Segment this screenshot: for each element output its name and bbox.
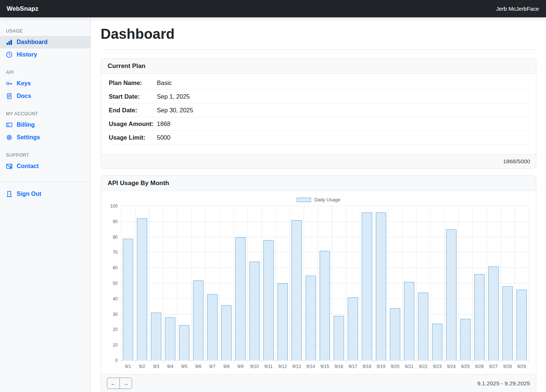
y-axis-tick-label: 50 [105,281,118,286]
chart-plot-area: 0102030405060708090100 [121,206,529,361]
sidebar-item-sign-out[interactable]: Sign Out [0,188,90,200]
plan-row-value: Basic [157,76,529,90]
bar-9/29 [516,290,527,361]
app-brand: WebSnapz [0,0,91,17]
gridline [205,206,206,361]
sidebar-divider [0,181,90,182]
plan-row-value: Sep 30, 2025 [157,103,529,117]
sidebar-item-billing[interactable]: Billing [0,119,90,131]
y-axis-tick-label: 70 [105,250,118,255]
current-plan-header: Current Plan [101,59,536,74]
gridline [290,206,290,361]
gridline [121,221,529,222]
sidebar-item-docs[interactable]: Docs [0,90,90,102]
bar-9/16 [334,316,344,361]
bar-9/13 [291,220,302,361]
sidebar-section: SUPPORTContact [0,153,90,173]
x-axis-tick-label: 9/5 [181,364,188,369]
sidebar-section: APIKeysDocs [0,70,90,102]
next-page-button[interactable]: → [119,378,132,389]
bar-9/25 [460,319,471,361]
credit-card-icon [6,122,13,128]
chart-x-axis: 9/19/29/39/49/59/69/79/89/99/109/119/129… [121,361,529,372]
x-axis-tick [458,361,459,362]
gridline [360,206,360,361]
envelope-at-icon [6,163,13,170]
bar-9/2 [137,218,148,361]
plan-row-value: 1868 [157,117,529,131]
plan-row-label: Plan Name: [109,76,157,90]
door-icon [6,191,13,197]
sidebar-item-contact[interactable]: Contact [0,160,90,173]
x-axis-tick-label: 9/29 [517,364,526,369]
x-axis-tick-label: 9/10 [250,364,259,369]
x-axis-tick [388,361,388,362]
gear-icon [6,134,13,141]
x-axis-tick [219,361,220,362]
bar-9/20 [390,308,401,361]
sidebar-item-settings[interactable]: Settings [0,131,90,144]
bar-9/27 [488,266,499,361]
sidebar-section: MY ACCOUNTBillingSettings [0,111,90,144]
y-axis-tick-label: 30 [105,312,118,317]
x-axis-tick [346,361,346,362]
gridline [163,206,164,361]
bar-chart-icon [6,39,13,45]
x-axis-tick-label: 9/26 [475,364,483,369]
gridline [191,206,192,361]
gridline [233,206,234,361]
sidebar-item-label: Keys [17,80,31,87]
plan-row-value: 5000 [157,131,529,144]
sidebar-section-label: API [0,70,90,75]
sidebar-item-label: Settings [17,134,40,141]
sidebar-section-label: USAGE [0,28,90,34]
x-axis-tick [276,361,276,362]
prev-page-button[interactable]: ← [107,378,119,389]
x-axis-tick-label: 9/12 [278,364,287,369]
x-axis-tick [430,361,431,362]
x-axis-tick [121,361,121,362]
x-axis-tick [360,361,360,362]
user-name[interactable]: Jerb McJerbFace [496,6,539,12]
bar-9/18 [362,212,373,361]
gridline [515,206,515,361]
y-axis-tick-label: 60 [105,265,118,270]
x-axis-tick-label: 9/24 [447,364,455,369]
bar-9/22 [418,293,429,361]
sidebar-section-label: MY ACCOUNT [0,111,90,116]
sidebar: USAGEDashboardHistoryAPIKeysDocsMY ACCOU… [0,17,91,392]
chart-legend: Daily Usage [106,197,531,202]
x-axis-tick [163,361,164,362]
x-axis-tick-label: 9/15 [320,364,329,369]
plan-row-label: Usage Amount: [109,117,157,131]
gridline [458,206,459,361]
x-axis-tick [304,361,304,362]
bar-9/21 [404,282,415,361]
usage-chart-card: API Usage By Month Daily Usage 010203040… [101,175,536,392]
page-title: Dashboard [101,26,536,42]
plan-row-value: Sep 1, 2025 [157,90,529,103]
x-axis-tick-label: 9/18 [363,364,371,369]
y-axis-tick-label: 0 [105,358,118,363]
bar-9/12 [277,283,288,361]
sidebar-item-dashboard[interactable]: Dashboard [0,36,90,48]
usage-chart: Daily Usage 0102030405060708090100 9/19/… [101,191,536,374]
bar-9/3 [151,313,162,361]
gridline [430,206,431,361]
sidebar-item-keys[interactable]: Keys [0,77,90,90]
x-axis-tick-label: 9/9 [237,364,244,369]
gridline [529,206,529,361]
date-range: 9.1.2025 - 9.29.2025 [477,380,530,387]
x-axis-tick-label: 9/11 [264,364,273,369]
bar-9/8 [221,305,232,361]
gridline [402,206,402,361]
x-axis-tick-label: 9/6 [195,364,202,369]
gridline [374,206,374,361]
gridline [219,206,220,361]
sidebar-item-history[interactable]: History [0,48,90,61]
y-axis-tick-label: 40 [105,296,118,301]
x-axis-tick [472,361,473,362]
x-axis-tick-label: 9/7 [209,364,216,369]
bar-9/26 [474,274,485,361]
y-axis-tick-label: 10 [105,342,118,348]
